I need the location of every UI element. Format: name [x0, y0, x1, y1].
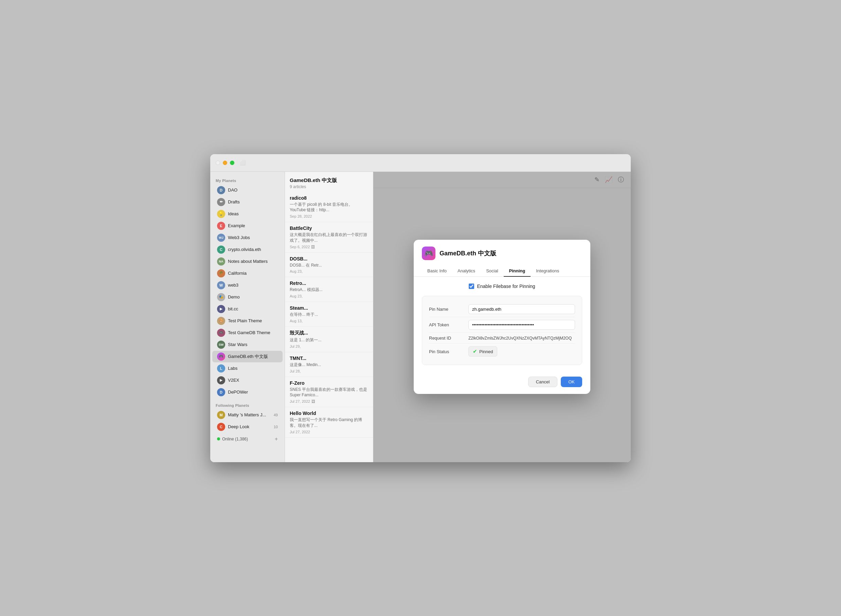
- avatar-crypto: C: [217, 245, 225, 254]
- main-content: My Planets D DAO ✏ Drafts 💡 Ideas E Exam…: [210, 172, 631, 462]
- article-item-retro[interactable]: Retro... RetroA... 模拟器... Aug 23,: [285, 277, 373, 302]
- avatar-labs: L: [217, 364, 225, 373]
- article-meta: Jul 29,: [290, 344, 368, 348]
- sidebar-item-bitcc[interactable]: ▶ bit.cc: [212, 303, 283, 315]
- badge-deeplook: 10: [274, 425, 278, 429]
- article-preview: 这是 1... 的第一...: [290, 337, 368, 343]
- sidebar-item-name-ideas: Ideas: [228, 211, 278, 216]
- modal-header: 🎮 GameDB.eth 中文版: [414, 240, 590, 265]
- sidebar-item-ideas[interactable]: 💡 Ideas: [212, 208, 283, 220]
- article-item-huimie[interactable]: 毁灭战... 这是 1... 的第一... Jul 29,: [285, 327, 373, 352]
- sidebar-item-notes[interactable]: NA Notes about Matters: [212, 256, 283, 267]
- avatar-v2ex: ▶: [217, 376, 225, 384]
- pin-status-row: Pin Status ✔ Pinned: [429, 344, 575, 359]
- sidebar-item-name-web3: web3: [228, 283, 278, 287]
- sidebar-item-gamedb[interactable]: 🎮 GameDB.eth 中文版: [212, 351, 283, 362]
- avatar-demo: 🎭: [217, 293, 225, 301]
- article-item-battlecity[interactable]: BattleCity 这大概是我在红白机上最喜欢的一个双打游戏了。视频中... …: [285, 222, 373, 253]
- article-item-radico8[interactable]: radico8 一个基于 pico8 的 8-bit 音乐电台。 YouTube…: [285, 192, 373, 223]
- content-area: ✎ 📈 ⓘ 🎮 GameDB.eth 中文版 Basic Info Analyt…: [373, 172, 631, 462]
- sidebar-item-testgamedb[interactable]: 🎮 Test GameDB Theme: [212, 327, 283, 339]
- my-planets-label: My Planets: [210, 176, 285, 184]
- article-title: Hello World: [290, 411, 368, 416]
- article-item-dosb[interactable]: DOSB... DOSB... 在 Retr... Aug 23,: [285, 253, 373, 277]
- article-item-helloworld[interactable]: Hello World 我一直想写一个关于 Retro Gaming 的博客。现…: [285, 407, 373, 438]
- avatar-testplain: 🎨: [217, 317, 225, 325]
- sidebar-item-dao[interactable]: D DAO: [212, 185, 283, 196]
- article-preview: 在等待... 终于...: [290, 312, 368, 317]
- sidebar-item-example[interactable]: E Example: [212, 220, 283, 232]
- article-item-fzero[interactable]: F-Zero SNES 平台我最喜欢的一款赛车游戏，也是 Super Famic…: [285, 377, 373, 408]
- sidebar-toggle-icon[interactable]: ⬜: [240, 160, 245, 166]
- sidebar-item-drafts[interactable]: ✏ Drafts: [212, 196, 283, 208]
- article-preview: 我一直想写一个关于 Retro Gaming 的博客。现在有了...: [290, 417, 368, 428]
- article-preview: 一个基于 pico8 的 8-bit 音乐电台。 YouTube 链接：http…: [290, 202, 368, 213]
- sidebar-item-web3[interactable]: W web3: [212, 280, 283, 291]
- avatar-web3: W: [217, 281, 225, 289]
- article-item-tmnt[interactable]: TMNT... 这是像... Medin... Jul 28,: [285, 352, 373, 377]
- sidebar-item-starwars[interactable]: SW Star Wars: [212, 339, 283, 351]
- pin-status-text: Pinned: [479, 349, 493, 354]
- avatar-drafts: ✏: [217, 198, 225, 206]
- article-preview: DOSB... 在 Retr...: [290, 263, 368, 268]
- tab-social[interactable]: Social: [481, 265, 503, 277]
- article-preview: 这是像... Medin...: [290, 362, 368, 368]
- api-token-input[interactable]: [468, 320, 575, 330]
- modal-dialog: 🎮 GameDB.eth 中文版 Basic Info Analytics So…: [414, 240, 590, 394]
- article-meta: Jul 27, 2022 🖼: [290, 399, 368, 403]
- maximize-button[interactable]: [230, 161, 234, 165]
- minimize-button[interactable]: [223, 161, 227, 165]
- sidebar-item-matty[interactable]: M Matty 's Matters J... 49: [212, 409, 283, 421]
- article-count: 9 articles: [290, 185, 368, 189]
- attachment-icon: 🖼: [311, 245, 315, 249]
- tab-basic-info[interactable]: Basic Info: [422, 265, 452, 277]
- sidebar-item-name-depower: DePOWer: [228, 390, 278, 395]
- sidebar-item-labs[interactable]: L Labs: [212, 363, 283, 374]
- sidebar-item-name-drafts: Drafts: [228, 199, 278, 204]
- pin-name-input[interactable]: [468, 304, 575, 314]
- pin-status-badge: ✔ Pinned: [468, 346, 497, 356]
- avatar-depower: D: [217, 388, 225, 396]
- ok-button[interactable]: OK: [561, 377, 582, 387]
- avatar-testgamedb: 🎮: [217, 329, 225, 337]
- avatar-matty: M: [217, 411, 225, 419]
- sidebar: My Planets D DAO ✏ Drafts 💡 Ideas E Exam…: [210, 172, 285, 462]
- online-dot: [217, 437, 220, 440]
- sidebar-item-name-california: California: [228, 271, 278, 276]
- request-id-label: Request ID: [429, 336, 463, 340]
- pin-name-label: Pin Name: [429, 307, 463, 312]
- sidebar-item-california[interactable]: 🌴 California: [212, 268, 283, 279]
- sidebar-item-depower[interactable]: D DePOWer: [212, 386, 283, 398]
- cancel-button[interactable]: Cancel: [528, 377, 558, 387]
- sidebar-item-testplain[interactable]: 🎨 Test Plain Theme: [212, 315, 283, 327]
- avatar-notes: NA: [217, 257, 225, 265]
- pinning-form-section: Pin Name API Token Request ID Z2lkOi8vZm…: [422, 296, 582, 365]
- tab-analytics[interactable]: Analytics: [452, 265, 481, 277]
- article-title: radico8: [290, 195, 368, 201]
- sidebar-item-name-v2ex: V2EX: [228, 378, 278, 383]
- sidebar-item-name-deeplook: Deep Look: [228, 424, 271, 429]
- sidebar-item-name-testgamedb: Test GameDB Theme: [228, 330, 278, 335]
- article-preview: 这大概是我在红白机上最喜欢的一个双打游戏了。视频中...: [290, 232, 368, 243]
- planet-title: GameDB.eth 中文版: [290, 177, 368, 184]
- app-window: ⬜ My Planets D DAO ✏ Drafts 💡 Ideas E Ex…: [210, 154, 631, 462]
- article-title: DOSB...: [290, 256, 368, 261]
- sidebar-item-demo[interactable]: 🎭 Demo: [212, 291, 283, 303]
- close-button[interactable]: [216, 161, 220, 165]
- tab-integrations[interactable]: Integrations: [531, 265, 565, 277]
- avatar-bitcc: ▶: [217, 305, 225, 313]
- sidebar-item-deeplook[interactable]: C Deep Look 10: [212, 421, 283, 433]
- sidebar-item-web3jobs[interactable]: WJ Web3 Jobs: [212, 232, 283, 243]
- tab-pinning[interactable]: Pinning: [504, 265, 531, 277]
- attachment-icon: 🖼: [311, 399, 315, 403]
- sidebar-item-v2ex[interactable]: ▶ V2EX: [212, 374, 283, 386]
- add-planet-button[interactable]: +: [275, 436, 278, 442]
- article-item-steam[interactable]: Steam... 在等待... 终于... Aug 13,: [285, 302, 373, 327]
- modal-tabs: Basic Info Analytics Social Pinning Inte…: [414, 265, 590, 277]
- sidebar-item-name-bitcc: bit.cc: [228, 306, 278, 311]
- enable-filebase-checkbox[interactable]: [469, 283, 474, 289]
- enable-filebase-row: Enable Filebase for Pinning: [422, 283, 582, 289]
- sidebar-item-crypto[interactable]: C crypto.olivida.eth: [212, 244, 283, 255]
- article-preview: RetroA... 模拟器...: [290, 287, 368, 293]
- online-status: Online (1,386) +: [212, 434, 283, 444]
